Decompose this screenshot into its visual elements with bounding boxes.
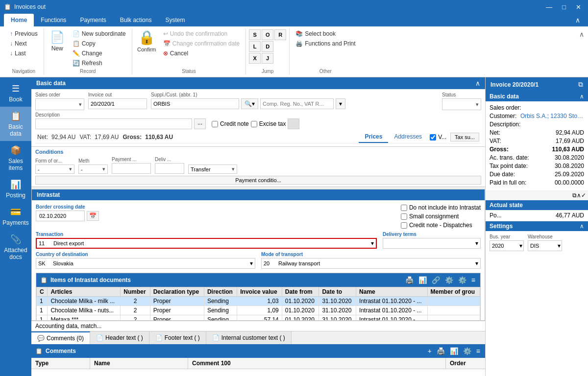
sidebar-item-sales-items[interactable]: 📦 Sales items	[0, 141, 31, 175]
select-book-button[interactable]: 📚 Select book	[293, 29, 358, 38]
settings-collapse[interactable]: ∧	[580, 223, 584, 230]
country-dropdown[interactable]: ▾	[248, 259, 255, 268]
deliv-input[interactable]	[155, 163, 184, 174]
bus-year-dropdown[interactable]: ▾	[518, 241, 523, 250]
maximize-button[interactable]: □	[559, 2, 569, 12]
refresh-button[interactable]: 🔄 Refresh	[70, 59, 129, 68]
tab-addresses[interactable]: Addresses	[388, 131, 428, 143]
status-input[interactable]	[442, 99, 474, 110]
close-button[interactable]: ✕	[573, 2, 584, 12]
last-button[interactable]: ↓ Last	[7, 49, 29, 58]
comments-more-button[interactable]: ≡	[475, 346, 481, 356]
functions-print-button[interactable]: 🖨️ Functions and Print	[293, 39, 358, 48]
tab-home[interactable]: Home	[4, 14, 34, 26]
ribbon-collapse-button[interactable]: ∧	[575, 16, 580, 24]
tab-prices[interactable]: Prices	[359, 131, 388, 143]
jump-o-button[interactable]: O	[262, 29, 273, 40]
cancel-button[interactable]: ⊗ Cancel	[160, 49, 243, 58]
items-settings-button[interactable]: ⚙️	[457, 275, 467, 285]
form-of-or-dropdown[interactable]: ▾	[67, 165, 74, 173]
delivery-terms-dropdown[interactable]: ▾	[473, 239, 480, 248]
comments-print-button[interactable]: 🖨️	[436, 346, 446, 356]
transport-dropdown[interactable]: ▾	[473, 259, 480, 268]
bus-year-input[interactable]	[490, 242, 518, 250]
right-panel-expand-button[interactable]: ⧉	[578, 80, 583, 89]
comments-chart-button[interactable]: 📊	[449, 346, 459, 356]
jump-l-button[interactable]: L	[249, 41, 261, 52]
right-check-button[interactable]: ✓	[581, 192, 586, 199]
status-dropdown-button[interactable]: ▾	[474, 100, 481, 109]
invoice-out-input[interactable]	[88, 98, 147, 109]
previous-button[interactable]: ↑ Previous	[7, 29, 41, 38]
sidebar-item-basic-data[interactable]: 📋 Basic data	[0, 107, 31, 141]
do-not-include-checkbox[interactable]	[401, 205, 407, 211]
table-row[interactable]: 1 Metaxa *** 2 Proper Sending 57,14 01.1…	[37, 315, 480, 321]
description-expand-button[interactable]: ···	[194, 118, 206, 129]
border-crossing-calendar-button[interactable]: 📅	[87, 211, 99, 221]
ribbon-expand-button[interactable]: ∧	[579, 30, 584, 38]
right-basic-data-collapse[interactable]: ∧	[580, 93, 584, 100]
comp-reg-dropdown-button[interactable]: ▾	[336, 98, 345, 109]
table-row[interactable]: 1 Chocolate Milka - nuts... 2 Proper Sen…	[37, 306, 480, 315]
sidebar-item-payments[interactable]: 💳 Payments	[0, 203, 31, 230]
copy-button[interactable]: 📋 Copy	[70, 39, 129, 48]
country-code-input[interactable]	[36, 259, 51, 267]
tab-comments[interactable]: 💬 Comments (0)	[31, 331, 90, 344]
warehouse-input[interactable]	[528, 242, 557, 250]
tab-system[interactable]: System	[158, 14, 192, 26]
tab-functions[interactable]: Functions	[34, 14, 73, 26]
credit-note-checkbox[interactable]	[212, 121, 218, 127]
meth-dropdown[interactable]: ▾	[100, 165, 107, 173]
payment-conditions-button[interactable]: Payment conditio...	[35, 176, 481, 185]
right-collapse-arrow[interactable]: ∧	[577, 192, 581, 199]
excise-tax-checkbox[interactable]	[251, 121, 257, 127]
jump-s-button[interactable]: S	[249, 29, 261, 40]
jump-x-button[interactable]: X	[249, 53, 261, 64]
transaction-dropdown-button[interactable]: ▾	[369, 239, 376, 248]
tax-sub-button[interactable]: Tax su...	[450, 133, 479, 141]
next-button[interactable]: ↓ Next	[7, 39, 30, 48]
table-row[interactable]: 1 Chocolate Milka - milk ... 2 Proper Se…	[37, 297, 480, 306]
transaction-code-input[interactable]	[37, 239, 51, 247]
suppl-cust-lookup-button[interactable]: 🔍▾	[241, 98, 258, 109]
delivery-terms-input[interactable]	[383, 239, 473, 247]
tab-internal-customer[interactable]: 📄 Internal customer text ( )	[206, 331, 292, 344]
sidebar-item-book[interactable]: ☰ Book	[0, 79, 31, 107]
sidebar-item-attached-docs[interactable]: 📎 Attached docs	[0, 230, 31, 264]
items-more-button[interactable]: ≡	[470, 275, 476, 285]
new-button[interactable]: 📄 New	[47, 29, 68, 53]
transfer-input[interactable]	[189, 165, 230, 173]
new-subordinate-button[interactable]: 📄 New subordinate	[70, 29, 129, 38]
items-print-button[interactable]: 🖨️	[404, 275, 415, 285]
sales-order-input[interactable]	[36, 99, 77, 110]
suppl-cust-input[interactable]	[151, 98, 239, 109]
undo-confirmation-button[interactable]: ↩ Undo the confirmation	[160, 29, 243, 38]
sales-order-dropdown-button[interactable]: ▾	[77, 100, 84, 109]
small-consignment-checkbox[interactable]	[401, 213, 407, 220]
transfer-dropdown[interactable]: ▾	[230, 165, 237, 173]
credit-note-dispatches-checkbox[interactable]	[401, 222, 407, 229]
sidebar-item-posting[interactable]: 📊 Posting	[0, 175, 31, 203]
form-of-or-input[interactable]	[36, 165, 67, 173]
tab-bulk-actions[interactable]: Bulk actions	[113, 14, 159, 26]
jump-r-button[interactable]: R	[274, 29, 286, 40]
change-confirmation-date-button[interactable]: 📅 Change confirmation date	[160, 39, 243, 48]
payment-input[interactable]	[112, 163, 151, 174]
change-button[interactable]: ✏️ Change	[70, 49, 129, 58]
description-input[interactable]	[35, 118, 192, 129]
comments-add-button[interactable]: +	[427, 346, 433, 356]
items-chart-button[interactable]: 📊	[417, 275, 428, 285]
v-checkbox[interactable]	[430, 134, 436, 141]
items-link-button[interactable]: 🔗	[431, 275, 441, 285]
tab-footer-text[interactable]: 📄 Footer text ( )	[149, 331, 206, 344]
basic-data-collapse-button[interactable]: ∧	[475, 79, 480, 87]
tab-header-text[interactable]: 📄 Header text ( )	[90, 331, 149, 344]
minimize-button[interactable]: —	[543, 2, 555, 12]
right-expand-button[interactable]: ⧉	[572, 192, 577, 199]
items-filter-button[interactable]: ⚙️	[444, 275, 454, 285]
transport-code-input[interactable]	[262, 259, 276, 267]
meth-input[interactable]	[79, 165, 100, 173]
comp-reg-input[interactable]	[260, 98, 334, 109]
warehouse-dropdown[interactable]: ▾	[557, 241, 562, 250]
tab-payments[interactable]: Payments	[73, 14, 113, 26]
